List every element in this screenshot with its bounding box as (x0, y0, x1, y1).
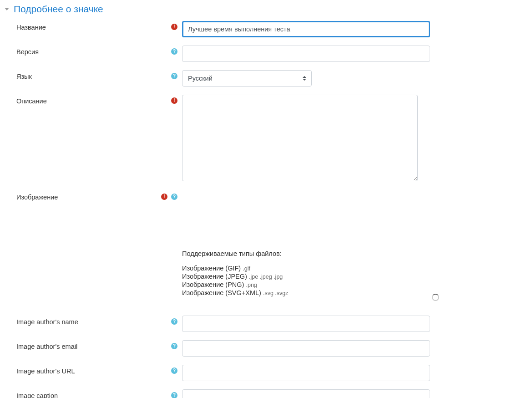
image-label: Изображение (16, 194, 58, 201)
section-title: Подробнее о значке (14, 4, 103, 15)
required-icon: ! (171, 97, 177, 104)
author-email-input[interactable] (182, 340, 430, 357)
author-name-label: Image author's name (16, 318, 78, 326)
author-url-label: Image author's URL (16, 367, 75, 375)
caption-label: Image caption (16, 392, 58, 398)
author-email-label: Image author's email (16, 343, 77, 350)
version-input[interactable] (182, 46, 430, 62)
collapse-triangle-icon (5, 8, 9, 10)
help-icon[interactable]: ? (171, 367, 177, 374)
file-type-line: Изображение (SVG+XML) .svg .svgz (182, 289, 439, 296)
language-select[interactable]: Русский (182, 70, 312, 87)
section-header[interactable]: Подробнее о значке (5, 4, 451, 15)
author-name-input[interactable] (182, 316, 430, 332)
author-url-input[interactable] (182, 365, 430, 381)
help-icon[interactable]: ? (171, 73, 177, 79)
help-icon[interactable]: ? (171, 318, 177, 325)
required-icon: ! (171, 24, 177, 30)
version-label: Версия (16, 48, 39, 56)
description-textarea[interactable] (182, 95, 418, 181)
caption-input[interactable] (182, 389, 430, 398)
name-input[interactable] (182, 21, 430, 37)
description-label: Описание (16, 97, 47, 105)
name-label: Название (16, 24, 46, 31)
file-type-line: Изображение (GIF) .gif (182, 265, 439, 272)
help-icon[interactable]: ? (171, 194, 177, 200)
supported-files-info: Поддерживаемые типы файлов: Изображение … (182, 250, 439, 296)
loading-spinner-icon (432, 294, 439, 301)
file-type-line: Изображение (PNG) .png (182, 281, 439, 288)
file-type-line: Изображение (JPEG) .jpe .jpeg .jpg (182, 273, 439, 280)
help-icon[interactable]: ? (171, 392, 177, 398)
language-label: Язык (16, 73, 32, 80)
help-icon[interactable]: ? (171, 343, 177, 349)
supported-files-heading: Поддерживаемые типы файлов: (182, 250, 439, 257)
help-icon[interactable]: ? (171, 48, 177, 55)
required-icon: ! (161, 194, 167, 200)
